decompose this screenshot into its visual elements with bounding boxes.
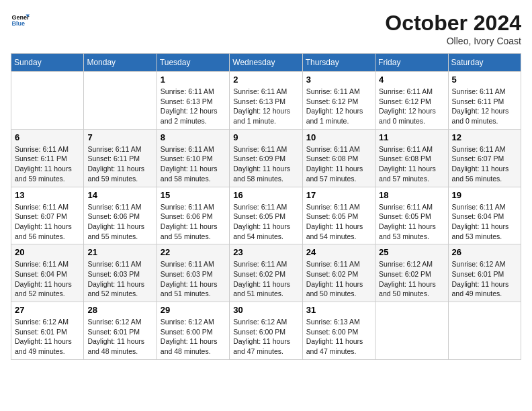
day-number-27: 27 bbox=[15, 305, 80, 315]
day-number-28: 28 bbox=[87, 305, 152, 315]
calendar-cell-0-2: 1Sunrise: 6:11 AM Sunset: 6:13 PM Daylig… bbox=[157, 72, 229, 130]
day-number-15: 15 bbox=[161, 190, 226, 200]
day-number-20: 20 bbox=[15, 247, 80, 257]
calendar-cell-2-3: 16Sunrise: 6:11 AM Sunset: 6:05 PM Dayli… bbox=[230, 187, 302, 244]
week-row-4: 27Sunrise: 6:12 AM Sunset: 6:01 PM Dayli… bbox=[11, 302, 521, 360]
header-sunday: Sunday bbox=[11, 54, 84, 72]
day-number-18: 18 bbox=[379, 190, 444, 200]
day-info-17: Sunrise: 6:11 AM Sunset: 6:05 PM Dayligh… bbox=[306, 202, 371, 242]
day-info-15: Sunrise: 6:11 AM Sunset: 6:06 PM Dayligh… bbox=[161, 202, 226, 242]
day-number-4: 4 bbox=[379, 75, 444, 85]
header-saturday: Saturday bbox=[448, 54, 521, 72]
day-info-2: Sunrise: 6:11 AM Sunset: 6:13 PM Dayligh… bbox=[233, 87, 298, 126]
calendar-cell-4-2: 29Sunrise: 6:12 AM Sunset: 6:00 PM Dayli… bbox=[157, 302, 229, 360]
header-tuesday: Tuesday bbox=[157, 54, 229, 72]
day-number-2: 2 bbox=[233, 75, 298, 85]
calendar-cell-3-0: 20Sunrise: 6:11 AM Sunset: 6:04 PM Dayli… bbox=[11, 244, 84, 302]
calendar-cell-0-1 bbox=[84, 72, 157, 130]
calendar-cell-2-1: 14Sunrise: 6:11 AM Sunset: 6:06 PM Dayli… bbox=[84, 187, 157, 244]
calendar-cell-0-0 bbox=[11, 72, 84, 130]
calendar-container: General Blue October 2024 Olleo, Ivory C… bbox=[0, 0, 532, 411]
day-info-28: Sunrise: 6:12 AM Sunset: 6:01 PM Dayligh… bbox=[87, 317, 152, 357]
day-number-14: 14 bbox=[87, 190, 152, 200]
day-number-16: 16 bbox=[233, 190, 298, 200]
day-number-3: 3 bbox=[306, 75, 371, 85]
header: General Blue October 2024 Olleo, Ivory C… bbox=[11, 11, 521, 46]
calendar-cell-0-3: 2Sunrise: 6:11 AM Sunset: 6:13 PM Daylig… bbox=[230, 72, 302, 130]
week-row-3: 20Sunrise: 6:11 AM Sunset: 6:04 PM Dayli… bbox=[11, 244, 521, 302]
calendar-cell-2-0: 13Sunrise: 6:11 AM Sunset: 6:07 PM Dayli… bbox=[11, 187, 84, 244]
day-info-20: Sunrise: 6:11 AM Sunset: 6:04 PM Dayligh… bbox=[15, 259, 80, 299]
header-wednesday: Wednesday bbox=[230, 54, 302, 72]
day-info-8: Sunrise: 6:11 AM Sunset: 6:10 PM Dayligh… bbox=[161, 144, 226, 184]
day-number-12: 12 bbox=[452, 132, 517, 142]
header-friday: Friday bbox=[375, 54, 448, 72]
calendar-cell-3-1: 21Sunrise: 6:11 AM Sunset: 6:03 PM Dayli… bbox=[84, 244, 157, 302]
day-number-7: 7 bbox=[87, 132, 152, 142]
location: Olleo, Ivory Coast bbox=[385, 36, 521, 46]
day-number-23: 23 bbox=[233, 247, 298, 257]
logo-icon: General Blue bbox=[11, 11, 30, 30]
day-info-9: Sunrise: 6:11 AM Sunset: 6:09 PM Dayligh… bbox=[233, 144, 298, 184]
calendar-cell-2-4: 17Sunrise: 6:11 AM Sunset: 6:05 PM Dayli… bbox=[302, 187, 375, 244]
calendar-cell-2-5: 18Sunrise: 6:11 AM Sunset: 6:05 PM Dayli… bbox=[375, 187, 448, 244]
day-info-22: Sunrise: 6:11 AM Sunset: 6:03 PM Dayligh… bbox=[161, 259, 226, 299]
calendar-cell-1-0: 6Sunrise: 6:11 AM Sunset: 6:11 PM Daylig… bbox=[11, 129, 84, 187]
day-info-13: Sunrise: 6:11 AM Sunset: 6:07 PM Dayligh… bbox=[15, 202, 80, 242]
day-info-25: Sunrise: 6:12 AM Sunset: 6:02 PM Dayligh… bbox=[379, 259, 444, 299]
calendar-cell-4-6 bbox=[448, 302, 521, 360]
calendar-cell-1-1: 7Sunrise: 6:11 AM Sunset: 6:11 PM Daylig… bbox=[84, 129, 157, 187]
day-number-29: 29 bbox=[161, 305, 226, 315]
day-info-26: Sunrise: 6:12 AM Sunset: 6:01 PM Dayligh… bbox=[452, 259, 517, 299]
day-number-13: 13 bbox=[15, 190, 80, 200]
month-title: October 2024 bbox=[385, 11, 521, 36]
calendar-cell-2-2: 15Sunrise: 6:11 AM Sunset: 6:06 PM Dayli… bbox=[157, 187, 229, 244]
day-info-18: Sunrise: 6:11 AM Sunset: 6:05 PM Dayligh… bbox=[379, 202, 444, 242]
calendar-cell-2-6: 19Sunrise: 6:11 AM Sunset: 6:04 PM Dayli… bbox=[448, 187, 521, 244]
day-number-21: 21 bbox=[87, 247, 152, 257]
week-row-1: 6Sunrise: 6:11 AM Sunset: 6:11 PM Daylig… bbox=[11, 129, 521, 187]
day-info-14: Sunrise: 6:11 AM Sunset: 6:06 PM Dayligh… bbox=[87, 202, 152, 242]
day-info-27: Sunrise: 6:12 AM Sunset: 6:01 PM Dayligh… bbox=[15, 317, 80, 357]
calendar-cell-3-2: 22Sunrise: 6:11 AM Sunset: 6:03 PM Dayli… bbox=[157, 244, 229, 302]
day-number-10: 10 bbox=[306, 132, 371, 142]
calendar-table: Sunday Monday Tuesday Wednesday Thursday… bbox=[11, 53, 521, 360]
calendar-cell-1-3: 9Sunrise: 6:11 AM Sunset: 6:09 PM Daylig… bbox=[230, 129, 302, 187]
calendar-cell-1-2: 8Sunrise: 6:11 AM Sunset: 6:10 PM Daylig… bbox=[157, 129, 229, 187]
day-info-24: Sunrise: 6:11 AM Sunset: 6:02 PM Dayligh… bbox=[306, 259, 371, 299]
day-number-8: 8 bbox=[161, 132, 226, 142]
calendar-cell-0-4: 3Sunrise: 6:11 AM Sunset: 6:12 PM Daylig… bbox=[302, 72, 375, 130]
day-info-1: Sunrise: 6:11 AM Sunset: 6:13 PM Dayligh… bbox=[161, 87, 226, 126]
week-row-2: 13Sunrise: 6:11 AM Sunset: 6:07 PM Dayli… bbox=[11, 187, 521, 244]
day-number-24: 24 bbox=[306, 247, 371, 257]
day-number-22: 22 bbox=[161, 247, 226, 257]
day-info-29: Sunrise: 6:12 AM Sunset: 6:00 PM Dayligh… bbox=[161, 317, 226, 357]
calendar-cell-4-4: 31Sunrise: 6:13 AM Sunset: 6:00 PM Dayli… bbox=[302, 302, 375, 360]
calendar-cell-1-5: 11Sunrise: 6:11 AM Sunset: 6:08 PM Dayli… bbox=[375, 129, 448, 187]
calendar-cell-3-4: 24Sunrise: 6:11 AM Sunset: 6:02 PM Dayli… bbox=[302, 244, 375, 302]
day-info-19: Sunrise: 6:11 AM Sunset: 6:04 PM Dayligh… bbox=[452, 202, 517, 242]
day-number-1: 1 bbox=[161, 75, 226, 85]
day-number-6: 6 bbox=[15, 132, 80, 142]
day-number-19: 19 bbox=[452, 190, 517, 200]
weekday-header-row: Sunday Monday Tuesday Wednesday Thursday… bbox=[11, 54, 521, 72]
calendar-cell-0-6: 5Sunrise: 6:11 AM Sunset: 6:11 PM Daylig… bbox=[448, 72, 521, 130]
day-info-12: Sunrise: 6:11 AM Sunset: 6:07 PM Dayligh… bbox=[452, 144, 517, 184]
header-monday: Monday bbox=[84, 54, 157, 72]
day-info-4: Sunrise: 6:11 AM Sunset: 6:12 PM Dayligh… bbox=[379, 87, 444, 126]
svg-text:Blue: Blue bbox=[11, 20, 25, 27]
day-number-17: 17 bbox=[306, 190, 371, 200]
title-block: October 2024 Olleo, Ivory Coast bbox=[385, 11, 521, 46]
day-number-11: 11 bbox=[379, 132, 444, 142]
day-info-30: Sunrise: 6:12 AM Sunset: 6:00 PM Dayligh… bbox=[233, 317, 298, 357]
day-info-10: Sunrise: 6:11 AM Sunset: 6:08 PM Dayligh… bbox=[306, 144, 371, 184]
day-number-5: 5 bbox=[452, 75, 517, 85]
calendar-cell-4-0: 27Sunrise: 6:12 AM Sunset: 6:01 PM Dayli… bbox=[11, 302, 84, 360]
day-info-6: Sunrise: 6:11 AM Sunset: 6:11 PM Dayligh… bbox=[15, 144, 80, 184]
day-number-26: 26 bbox=[452, 247, 517, 257]
day-number-30: 30 bbox=[233, 305, 298, 315]
day-info-21: Sunrise: 6:11 AM Sunset: 6:03 PM Dayligh… bbox=[87, 259, 152, 299]
calendar-cell-3-5: 25Sunrise: 6:12 AM Sunset: 6:02 PM Dayli… bbox=[375, 244, 448, 302]
calendar-cell-4-1: 28Sunrise: 6:12 AM Sunset: 6:01 PM Dayli… bbox=[84, 302, 157, 360]
day-info-3: Sunrise: 6:11 AM Sunset: 6:12 PM Dayligh… bbox=[306, 87, 371, 126]
